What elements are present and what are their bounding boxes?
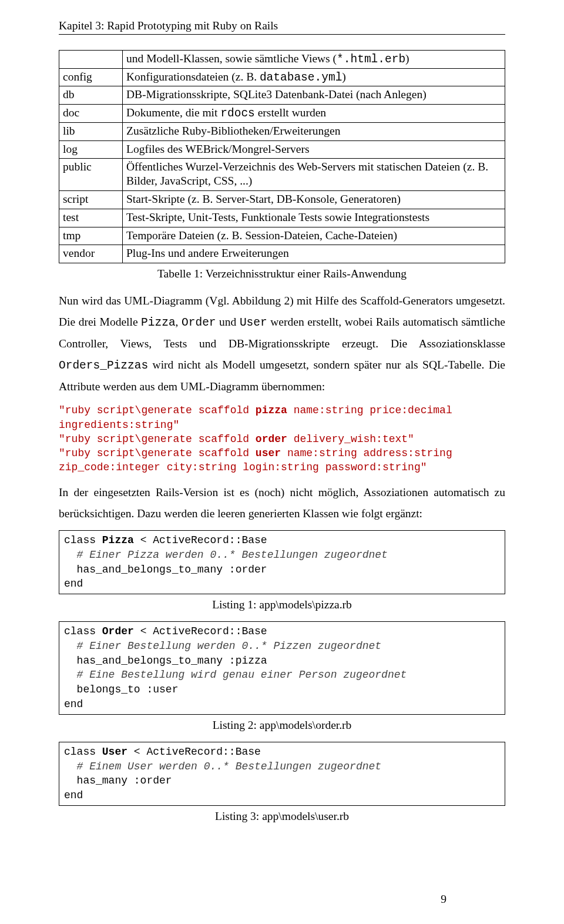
body-paragraph: In der eingesetzten Rails-Version ist es… — [59, 482, 505, 524]
dir-name: config — [59, 68, 123, 86]
table-row: dbDB-Migrationsskripte, SQLite3 Datenban… — [59, 86, 505, 105]
table-row: scriptStart-Skripte (z. B. Server-Start,… — [59, 191, 505, 209]
dir-name: vendor — [59, 245, 123, 263]
dir-name: db — [59, 86, 123, 105]
table-row: tmpTemporäre Dateien (z. B. Session-Date… — [59, 227, 505, 245]
dir-desc: Temporäre Dateien (z. B. Session-Dateien… — [123, 227, 505, 245]
dir-name: lib — [59, 122, 123, 140]
body-paragraph: Nun wird das UML-Diagramm (Vgl. Abbildun… — [59, 290, 505, 397]
dir-name: script — [59, 191, 123, 209]
dir-desc: DB-Migrationsskripte, SQLite3 Datenbank-… — [123, 86, 505, 105]
dir-name: doc — [59, 105, 123, 123]
dir-desc: Plug-Ins und andere Erweiterungen — [123, 245, 505, 263]
dir-desc: Test-Skripte, Unit-Tests, Funktionale Te… — [123, 209, 505, 227]
dir-name: log — [59, 140, 123, 159]
table-row: logLogfiles des WEBrick/Mongrel-Servers — [59, 140, 505, 159]
code-listing-1: class Pizza < ActiveRecord::Base # Einer… — [59, 530, 505, 594]
table-row: docDokumente, die mit rdocs erstellt wur… — [59, 105, 505, 123]
dir-desc: Logfiles des WEBrick/Mongrel-Servers — [123, 140, 505, 159]
dir-desc: Start-Skripte (z. B. Server-Start, DB-Ko… — [123, 191, 505, 209]
page-header: Kapitel 3: Rapid Prototyping mit Ruby on… — [59, 19, 505, 35]
table-row: und Modell-Klassen, sowie sämtliche View… — [59, 50, 505, 68]
dir-desc: Öffentliches Wurzel-Verzeichnis des Web-… — [123, 159, 505, 191]
listing-caption-3: Listing 3: app\models\user.rb — [59, 809, 505, 823]
dir-name: public — [59, 159, 123, 191]
code-listing-2: class Order < ActiveRecord::Base # Einer… — [59, 621, 505, 715]
directory-table: und Modell-Klassen, sowie sämtliche View… — [59, 50, 505, 263]
dir-desc: Konfigurationsdateien (z. B. database.ym… — [123, 68, 505, 86]
table-row: libZusätzliche Ruby-Bibliotheken/Erweite… — [59, 122, 505, 140]
dir-name — [59, 50, 123, 68]
table-caption-1: Tabelle 1: Verzeichnisstruktur einer Rai… — [59, 267, 505, 281]
shell-commands: "ruby script\generate scaffold pizza nam… — [59, 403, 505, 474]
table-row: publicÖffentliches Wurzel-Verzeichnis de… — [59, 159, 505, 191]
dir-name: test — [59, 209, 123, 227]
table-row: configKonfigurationsdateien (z. B. datab… — [59, 68, 505, 86]
table-row: vendorPlug-Ins und andere Erweiterungen — [59, 245, 505, 263]
dir-name: tmp — [59, 227, 123, 245]
listing-caption-1: Listing 1: app\models\pizza.rb — [59, 598, 505, 612]
page-number: 9 — [441, 892, 446, 906]
code-listing-3: class User < ActiveRecord::Base # Einem … — [59, 742, 505, 806]
dir-desc: und Modell-Klassen, sowie sämtliche View… — [123, 50, 505, 68]
dir-desc: Zusätzliche Ruby-Bibliotheken/Erweiterun… — [123, 122, 505, 140]
listing-caption-2: Listing 2: app\models\order.rb — [59, 718, 505, 732]
table-row: testTest-Skripte, Unit-Tests, Funktional… — [59, 209, 505, 227]
dir-desc: Dokumente, die mit rdocs erstellt wurden — [123, 105, 505, 123]
